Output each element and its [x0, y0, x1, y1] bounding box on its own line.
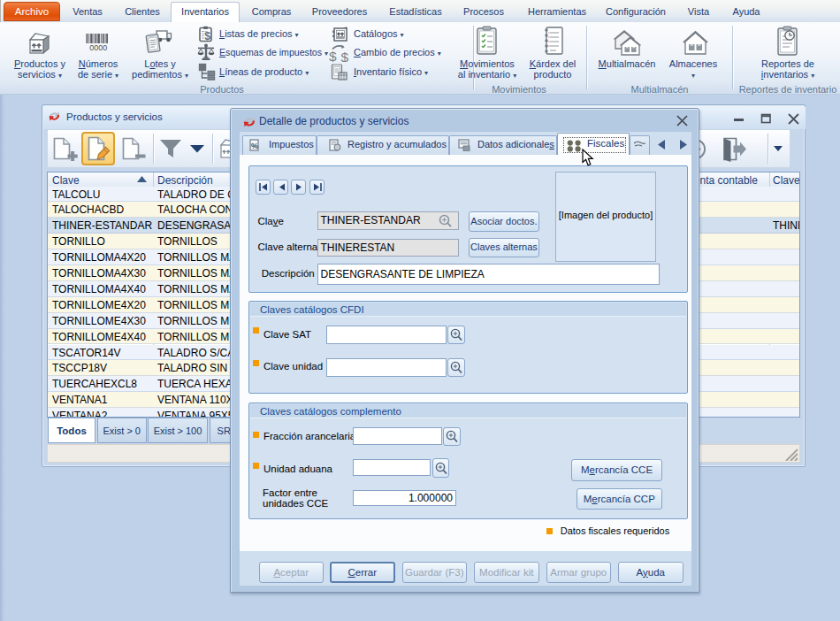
svg-text:$: $	[204, 30, 210, 42]
svg-text:$: $	[329, 49, 337, 63]
svg-text:$: $	[341, 50, 349, 62]
svg-text:%: %	[251, 142, 258, 150]
svg-text:0000: 0000	[89, 43, 107, 50]
